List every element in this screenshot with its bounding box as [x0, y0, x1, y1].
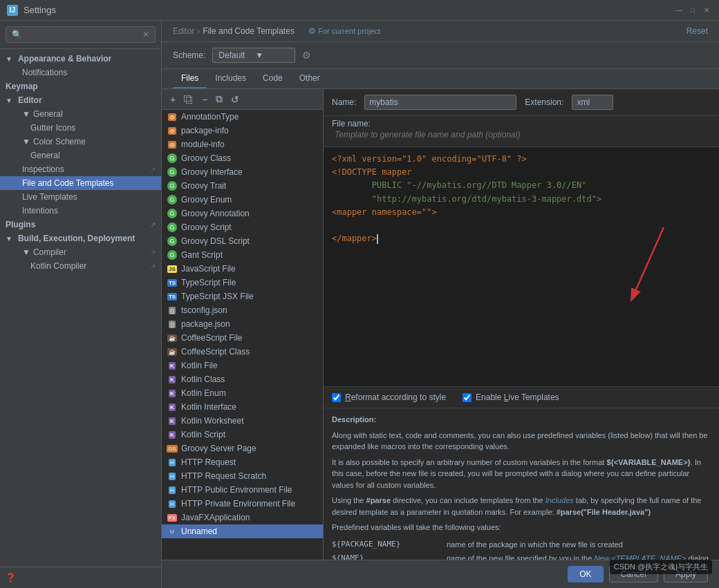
annotation-icon: @: [167, 126, 177, 135]
list-item[interactable]: G Groovy Annotation: [162, 207, 323, 220]
reformat-label[interactable]: Reformat according to style: [345, 392, 446, 402]
sidebar-item-keymap[interactable]: Keymap: [0, 79, 161, 93]
sidebar-item-notifications[interactable]: Notifications: [0, 66, 161, 79]
http-request-icon: H: [167, 457, 177, 467]
sidebar-item-color-general[interactable]: General: [0, 149, 161, 162]
filename-input[interactable]: [332, 129, 711, 141]
sidebar-item-build[interactable]: ▼ Build, Execution, Deployment: [0, 231, 161, 245]
gant-script-icon: G: [167, 250, 177, 260]
list-item[interactable]: G Groovy DSL Script: [162, 234, 323, 248]
list-item[interactable]: G Groovy Class: [162, 151, 323, 165]
file-list-pane: + ⿻ − ⧉ ↺ @ AnnotationType @ package-inf…: [162, 89, 324, 560]
list-item[interactable]: K Kotlin Enum: [162, 386, 323, 400]
sidebar-item-gutter-icons[interactable]: Gutter Icons: [0, 121, 161, 135]
sidebar-item-color-scheme[interactable]: ▼ Color Scheme: [0, 135, 161, 149]
live-templates-checkbox[interactable]: [463, 393, 471, 402]
window-title: Settings: [24, 5, 56, 15]
description-area: Description: Along with static text, cod…: [324, 408, 719, 560]
reformat-checkbox-item: Reformat according to style: [332, 392, 446, 402]
list-item[interactable]: @ AnnotationType: [162, 110, 323, 124]
sidebar-search-bar[interactable]: 🔍 File and Code Templates ✕: [0, 21, 161, 49]
live-templates-label[interactable]: Enable Live Templates: [476, 392, 559, 402]
list-item[interactable]: H HTTP Request Scratch: [162, 469, 323, 483]
list-item[interactable]: K Kotlin Worksheet: [162, 414, 323, 428]
maximize-button[interactable]: □: [687, 5, 698, 16]
list-item[interactable]: @ package-info: [162, 124, 323, 137]
add-template-button[interactable]: +: [167, 93, 178, 106]
apply-button[interactable]: Apply: [664, 566, 708, 582]
clear-icon[interactable]: ✕: [142, 30, 149, 39]
reformat-checkbox[interactable]: [332, 393, 341, 402]
tab-files[interactable]: Files: [173, 69, 207, 88]
list-item[interactable]: TS TypeScript File: [162, 276, 323, 290]
tab-code[interactable]: Code: [254, 69, 291, 88]
search-input[interactable]: File and Code Templates: [25, 30, 140, 39]
scheme-settings-icon[interactable]: ⚙: [302, 50, 311, 61]
tab-includes[interactable]: Includes: [207, 69, 254, 88]
external-link-icon: ↗: [150, 221, 156, 229]
editor-pane: Name: Extension: File name: <?xml versio…: [324, 89, 719, 560]
sidebar-item-plugins[interactable]: Plugins ↗: [0, 218, 161, 231]
sidebar-item-intentions[interactable]: Intentions: [0, 204, 161, 218]
extension-input[interactable]: [572, 95, 613, 110]
list-item[interactable]: H HTTP Public Environment File: [162, 483, 323, 497]
live-templates-checkbox-item: Enable Live Templates: [463, 392, 559, 402]
package-json-icon: {}: [167, 319, 177, 329]
name-input[interactable]: [364, 95, 516, 110]
list-item[interactable]: G Groovy Script: [162, 220, 323, 234]
sidebar-item-general[interactable]: ▼ General: [0, 107, 161, 121]
code-line: <mapper namespace="">: [332, 206, 711, 219]
sidebar-item-compiler[interactable]: ▼ Compiler ↗: [0, 245, 161, 259]
list-item[interactable]: ☕ CoffeeScript File: [162, 331, 323, 345]
var-row: ${PACKAGE_NAME} name of the package in w…: [332, 539, 711, 551]
move-template-button[interactable]: ⧉: [213, 92, 225, 106]
help-icon[interactable]: ❓: [6, 573, 16, 582]
sidebar-item-editor[interactable]: ▼ Editor: [0, 93, 161, 107]
sidebar-item-kotlin-compiler[interactable]: Kotlin Compiler ↗: [0, 259, 161, 273]
annotation-icon: @: [167, 112, 177, 122]
remove-template-button[interactable]: −: [199, 93, 210, 106]
list-item[interactable]: H HTTP Private Environment File: [162, 497, 323, 511]
list-item[interactable]: H HTTP Request: [162, 455, 323, 469]
code-line: </mapper>: [332, 232, 711, 245]
sidebar-item-live-templates[interactable]: Live Templates: [0, 190, 161, 204]
close-button[interactable]: ✕: [701, 5, 712, 16]
kotlin-script-icon: K: [167, 430, 177, 439]
sidebar-item-inspections[interactable]: Inspections ↗: [0, 162, 161, 176]
for-current-project[interactable]: ⚙ For current project: [308, 26, 380, 36]
copy-template-button[interactable]: ⿻: [181, 93, 196, 106]
file-name-label: File name:: [332, 119, 371, 129]
list-item[interactable]: GS Groovy Server Page: [162, 442, 323, 455]
list-item[interactable]: K Kotlin Class: [162, 372, 323, 386]
list-item[interactable]: JS JavaScript File: [162, 262, 323, 276]
reset-button[interactable]: Reset: [687, 26, 708, 36]
list-item[interactable]: K Kotlin Interface: [162, 400, 323, 414]
sidebar-item-file-templates[interactable]: File and Code Templates: [0, 176, 161, 190]
cancel-button[interactable]: Cancel: [609, 566, 658, 582]
list-item[interactable]: FX JavaFXApplication: [162, 511, 323, 524]
list-item[interactable]: G Gant Script: [162, 248, 323, 262]
list-item[interactable]: @ module-info: [162, 137, 323, 151]
scheme-select[interactable]: Default ▼: [212, 48, 295, 63]
list-item[interactable]: K Kotlin File: [162, 359, 323, 372]
list-item[interactable]: {} tsconfig.json: [162, 303, 323, 317]
filename-row: File name:: [324, 116, 719, 147]
reset-template-button[interactable]: ↺: [228, 93, 242, 106]
tab-other[interactable]: Other: [291, 69, 328, 88]
list-item[interactable]: {} package.json: [162, 317, 323, 331]
ok-button[interactable]: OK: [568, 566, 603, 582]
list-item[interactable]: TS TypeScript JSX File: [162, 290, 323, 303]
content-header: Editor › File and Code Templates ⚙ For c…: [162, 21, 719, 42]
list-item[interactable]: ☕ CoffeeScript Class: [162, 345, 323, 359]
list-item[interactable]: G Groovy Interface: [162, 165, 323, 179]
list-item[interactable]: G Groovy Enum: [162, 193, 323, 207]
minimize-button[interactable]: —: [673, 5, 684, 16]
groovy-server-icon: GS: [167, 444, 177, 453]
list-item[interactable]: K Kotlin Script: [162, 428, 323, 442]
sidebar-item-appearance[interactable]: ▼ Appearance & Behavior: [0, 52, 161, 66]
name-label: Name:: [332, 97, 356, 107]
expand-arrow-icon: ▼: [6, 55, 12, 63]
list-item-unnamed[interactable]: U Unnamed: [162, 524, 323, 538]
list-item[interactable]: G Groovy Trait: [162, 179, 323, 193]
code-editor[interactable]: <?xml version="1.0" encoding="UTF-8" ?> …: [324, 147, 719, 386]
